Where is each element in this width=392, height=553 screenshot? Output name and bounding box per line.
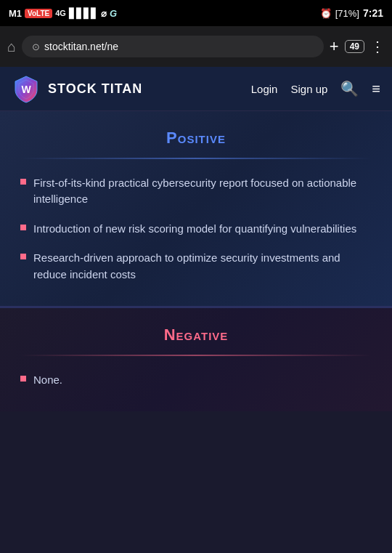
menu-dots-icon[interactable]: ⋮: [370, 38, 385, 55]
signup-link[interactable]: Sign up: [290, 83, 327, 95]
bullet-text: First-of-its-kind practical cybersecurit…: [33, 175, 372, 208]
negative-title: Negative: [20, 326, 372, 344]
bullet-icon: [20, 179, 26, 185]
bullet-text: Introduction of new risk scoring model f…: [33, 221, 356, 238]
negative-card: Negative None.: [0, 308, 392, 411]
status-carrier: M1 VoLTE 4G ▋▋▋▋ ⌀ G: [9, 8, 117, 19]
list-item: Research-driven approach to optimize sec…: [20, 250, 372, 283]
battery-indicator: [71%]: [335, 8, 359, 19]
carrier-text: M1: [9, 8, 22, 19]
bullet-icon: [20, 254, 26, 259]
bullet-icon: [20, 225, 26, 230]
content-area: Positive First-of-its-kind practical cyb…: [0, 111, 392, 411]
logo-text: STOCK TITAN: [48, 81, 142, 97]
list-item: Introduction of new risk scoring model f…: [20, 221, 372, 238]
negative-bullet-list: None.: [20, 372, 372, 389]
logo-section: W STOCK TITAN: [12, 74, 142, 103]
logo-shield-icon: W: [12, 74, 41, 103]
svg-text:W: W: [21, 84, 31, 95]
negative-divider: [20, 355, 372, 356]
list-item: None.: [20, 372, 372, 389]
positive-bullet-list: First-of-its-kind practical cybersecurit…: [20, 175, 372, 283]
wifi-icon: ⌀: [101, 8, 107, 19]
positive-card: Positive First-of-its-kind practical cyb…: [0, 111, 392, 308]
time-display: 7:21: [363, 7, 383, 19]
new-tab-button[interactable]: +: [330, 37, 339, 56]
status-right: ⏰ [71%] 7:21: [320, 7, 383, 19]
positive-title: Positive: [20, 129, 372, 148]
positive-divider: [20, 158, 372, 159]
bullet-text: Research-driven approach to optimize sec…: [33, 250, 372, 283]
bullet-text: None.: [33, 372, 62, 389]
g-icon: G: [110, 8, 117, 19]
url-text: stocktitan.net/ne: [44, 41, 118, 52]
network-badge: VoLTE: [25, 9, 52, 18]
alarm-icon: ⏰: [320, 8, 332, 19]
tab-count-badge[interactable]: 49: [345, 40, 364, 53]
status-bar: M1 VoLTE 4G ▋▋▋▋ ⌀ G ⏰ [71%] 7:21: [0, 0, 392, 26]
signal-text: 4G: [55, 9, 66, 17]
home-button[interactable]: ⌂: [7, 39, 16, 55]
bullet-icon: [20, 376, 26, 382]
url-security-icon: ⊙: [32, 41, 40, 52]
url-bar[interactable]: ⊙ stocktitan.net/ne: [22, 36, 324, 57]
list-item: First-of-its-kind practical cybersecurit…: [20, 175, 372, 208]
nav-actions: Login Sign up 🔍 ≡: [251, 80, 380, 97]
login-link[interactable]: Login: [251, 83, 278, 95]
hamburger-menu-icon[interactable]: ≡: [372, 81, 380, 97]
browser-bar: ⌂ ⊙ stocktitan.net/ne + 49 ⋮: [0, 26, 392, 67]
nav-bar: W STOCK TITAN Login Sign up 🔍 ≡: [0, 67, 392, 111]
signal-bars: ▋▋▋▋: [69, 8, 98, 19]
search-icon[interactable]: 🔍: [340, 80, 359, 97]
